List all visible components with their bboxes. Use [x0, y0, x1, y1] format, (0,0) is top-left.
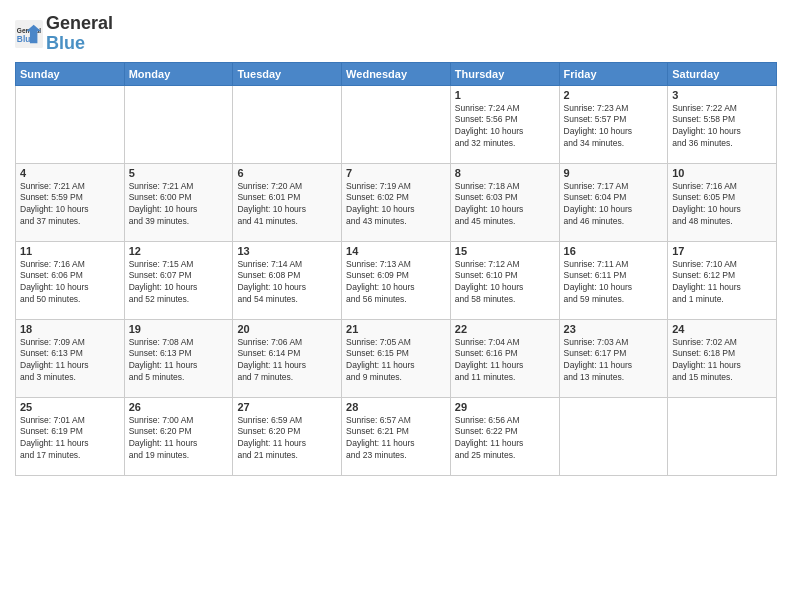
day-info: Sunrise: 7:13 AM Sunset: 6:09 PM Dayligh… — [346, 259, 446, 307]
day-info: Sunrise: 7:20 AM Sunset: 6:01 PM Dayligh… — [237, 181, 337, 229]
calendar-cell: 27Sunrise: 6:59 AM Sunset: 6:20 PM Dayli… — [233, 397, 342, 475]
day-header-thursday: Thursday — [450, 62, 559, 85]
day-info: Sunrise: 7:02 AM Sunset: 6:18 PM Dayligh… — [672, 337, 772, 385]
day-number: 13 — [237, 245, 337, 257]
day-info: Sunrise: 7:21 AM Sunset: 6:00 PM Dayligh… — [129, 181, 229, 229]
day-header-saturday: Saturday — [668, 62, 777, 85]
day-number: 1 — [455, 89, 555, 101]
page-container: General Blue General Blue SundayMondayTu… — [0, 0, 792, 481]
calendar-cell — [233, 85, 342, 163]
calendar-cell — [16, 85, 125, 163]
page-header: General Blue General Blue — [15, 10, 777, 54]
calendar-header-row: SundayMondayTuesdayWednesdayThursdayFrid… — [16, 62, 777, 85]
calendar-week-3: 11Sunrise: 7:16 AM Sunset: 6:06 PM Dayli… — [16, 241, 777, 319]
day-info: Sunrise: 7:11 AM Sunset: 6:11 PM Dayligh… — [564, 259, 664, 307]
calendar-cell: 5Sunrise: 7:21 AM Sunset: 6:00 PM Daylig… — [124, 163, 233, 241]
calendar-cell — [668, 397, 777, 475]
day-info: Sunrise: 7:04 AM Sunset: 6:16 PM Dayligh… — [455, 337, 555, 385]
day-info: Sunrise: 7:16 AM Sunset: 6:05 PM Dayligh… — [672, 181, 772, 229]
day-number: 9 — [564, 167, 664, 179]
day-header-monday: Monday — [124, 62, 233, 85]
day-info: Sunrise: 7:06 AM Sunset: 6:14 PM Dayligh… — [237, 337, 337, 385]
day-info: Sunrise: 7:16 AM Sunset: 6:06 PM Dayligh… — [20, 259, 120, 307]
day-number: 23 — [564, 323, 664, 335]
day-number: 24 — [672, 323, 772, 335]
day-number: 10 — [672, 167, 772, 179]
day-info: Sunrise: 7:24 AM Sunset: 5:56 PM Dayligh… — [455, 103, 555, 151]
logo-text-line2: Blue — [46, 34, 113, 54]
day-info: Sunrise: 7:22 AM Sunset: 5:58 PM Dayligh… — [672, 103, 772, 151]
day-info: Sunrise: 6:59 AM Sunset: 6:20 PM Dayligh… — [237, 415, 337, 463]
calendar-week-1: 1Sunrise: 7:24 AM Sunset: 5:56 PM Daylig… — [16, 85, 777, 163]
calendar-cell: 14Sunrise: 7:13 AM Sunset: 6:09 PM Dayli… — [342, 241, 451, 319]
day-number: 18 — [20, 323, 120, 335]
calendar-cell: 22Sunrise: 7:04 AM Sunset: 6:16 PM Dayli… — [450, 319, 559, 397]
calendar-week-2: 4Sunrise: 7:21 AM Sunset: 5:59 PM Daylig… — [16, 163, 777, 241]
calendar-cell: 6Sunrise: 7:20 AM Sunset: 6:01 PM Daylig… — [233, 163, 342, 241]
day-number: 11 — [20, 245, 120, 257]
calendar-cell: 17Sunrise: 7:10 AM Sunset: 6:12 PM Dayli… — [668, 241, 777, 319]
calendar-cell: 13Sunrise: 7:14 AM Sunset: 6:08 PM Dayli… — [233, 241, 342, 319]
calendar-cell: 26Sunrise: 7:00 AM Sunset: 6:20 PM Dayli… — [124, 397, 233, 475]
day-number: 4 — [20, 167, 120, 179]
calendar-cell: 19Sunrise: 7:08 AM Sunset: 6:13 PM Dayli… — [124, 319, 233, 397]
day-number: 27 — [237, 401, 337, 413]
day-number: 28 — [346, 401, 446, 413]
day-number: 17 — [672, 245, 772, 257]
calendar-cell: 20Sunrise: 7:06 AM Sunset: 6:14 PM Dayli… — [233, 319, 342, 397]
calendar-cell: 18Sunrise: 7:09 AM Sunset: 6:13 PM Dayli… — [16, 319, 125, 397]
day-header-tuesday: Tuesday — [233, 62, 342, 85]
calendar-cell: 25Sunrise: 7:01 AM Sunset: 6:19 PM Dayli… — [16, 397, 125, 475]
day-info: Sunrise: 7:09 AM Sunset: 6:13 PM Dayligh… — [20, 337, 120, 385]
day-info: Sunrise: 7:14 AM Sunset: 6:08 PM Dayligh… — [237, 259, 337, 307]
day-info: Sunrise: 7:08 AM Sunset: 6:13 PM Dayligh… — [129, 337, 229, 385]
calendar-cell: 9Sunrise: 7:17 AM Sunset: 6:04 PM Daylig… — [559, 163, 668, 241]
calendar-cell — [559, 397, 668, 475]
day-info: Sunrise: 7:21 AM Sunset: 5:59 PM Dayligh… — [20, 181, 120, 229]
day-info: Sunrise: 6:56 AM Sunset: 6:22 PM Dayligh… — [455, 415, 555, 463]
day-number: 20 — [237, 323, 337, 335]
calendar-cell: 24Sunrise: 7:02 AM Sunset: 6:18 PM Dayli… — [668, 319, 777, 397]
day-header-friday: Friday — [559, 62, 668, 85]
day-info: Sunrise: 7:01 AM Sunset: 6:19 PM Dayligh… — [20, 415, 120, 463]
day-info: Sunrise: 7:05 AM Sunset: 6:15 PM Dayligh… — [346, 337, 446, 385]
day-number: 5 — [129, 167, 229, 179]
calendar-cell: 8Sunrise: 7:18 AM Sunset: 6:03 PM Daylig… — [450, 163, 559, 241]
day-number: 6 — [237, 167, 337, 179]
calendar-cell: 1Sunrise: 7:24 AM Sunset: 5:56 PM Daylig… — [450, 85, 559, 163]
day-number: 19 — [129, 323, 229, 335]
day-info: Sunrise: 6:57 AM Sunset: 6:21 PM Dayligh… — [346, 415, 446, 463]
logo: General Blue General Blue — [15, 14, 113, 54]
calendar-cell: 11Sunrise: 7:16 AM Sunset: 6:06 PM Dayli… — [16, 241, 125, 319]
day-number: 7 — [346, 167, 446, 179]
day-number: 2 — [564, 89, 664, 101]
calendar-cell: 29Sunrise: 6:56 AM Sunset: 6:22 PM Dayli… — [450, 397, 559, 475]
day-number: 8 — [455, 167, 555, 179]
logo-text-line1: General — [46, 14, 113, 34]
day-number: 12 — [129, 245, 229, 257]
day-number: 14 — [346, 245, 446, 257]
day-number: 16 — [564, 245, 664, 257]
day-header-sunday: Sunday — [16, 62, 125, 85]
calendar-cell: 4Sunrise: 7:21 AM Sunset: 5:59 PM Daylig… — [16, 163, 125, 241]
day-number: 3 — [672, 89, 772, 101]
day-info: Sunrise: 7:17 AM Sunset: 6:04 PM Dayligh… — [564, 181, 664, 229]
calendar-cell: 12Sunrise: 7:15 AM Sunset: 6:07 PM Dayli… — [124, 241, 233, 319]
calendar-cell — [124, 85, 233, 163]
calendar-cell: 2Sunrise: 7:23 AM Sunset: 5:57 PM Daylig… — [559, 85, 668, 163]
calendar-cell: 3Sunrise: 7:22 AM Sunset: 5:58 PM Daylig… — [668, 85, 777, 163]
calendar-week-5: 25Sunrise: 7:01 AM Sunset: 6:19 PM Dayli… — [16, 397, 777, 475]
calendar-cell — [342, 85, 451, 163]
calendar-cell: 21Sunrise: 7:05 AM Sunset: 6:15 PM Dayli… — [342, 319, 451, 397]
logo-icon: General Blue — [15, 20, 43, 48]
day-number: 22 — [455, 323, 555, 335]
day-info: Sunrise: 7:12 AM Sunset: 6:10 PM Dayligh… — [455, 259, 555, 307]
calendar-cell: 16Sunrise: 7:11 AM Sunset: 6:11 PM Dayli… — [559, 241, 668, 319]
day-info: Sunrise: 7:15 AM Sunset: 6:07 PM Dayligh… — [129, 259, 229, 307]
day-info: Sunrise: 7:23 AM Sunset: 5:57 PM Dayligh… — [564, 103, 664, 151]
calendar-cell: 23Sunrise: 7:03 AM Sunset: 6:17 PM Dayli… — [559, 319, 668, 397]
calendar-week-4: 18Sunrise: 7:09 AM Sunset: 6:13 PM Dayli… — [16, 319, 777, 397]
calendar-cell: 28Sunrise: 6:57 AM Sunset: 6:21 PM Dayli… — [342, 397, 451, 475]
day-info: Sunrise: 7:10 AM Sunset: 6:12 PM Dayligh… — [672, 259, 772, 307]
calendar-cell: 10Sunrise: 7:16 AM Sunset: 6:05 PM Dayli… — [668, 163, 777, 241]
